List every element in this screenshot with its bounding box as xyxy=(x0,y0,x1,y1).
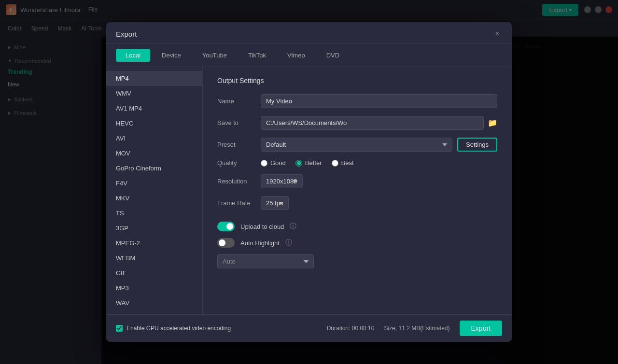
upload-cloud-row: Upload to cloud ⓘ xyxy=(217,222,497,231)
save-to-label: Save to xyxy=(217,119,261,126)
auto-highlight-toggle[interactable] xyxy=(217,238,235,248)
format-av1mp4[interactable]: AV1 MP4 xyxy=(106,101,202,116)
format-mkv[interactable]: MKV xyxy=(106,191,202,206)
upload-cloud-help-icon[interactable]: ⓘ xyxy=(290,222,296,231)
quality-good-option[interactable]: Good xyxy=(261,159,286,167)
preset-label: Preset xyxy=(217,141,261,148)
quality-best-option[interactable]: Best xyxy=(332,159,354,167)
format-gopro[interactable]: GoPro Cineform xyxy=(106,161,202,176)
dialog-close-button[interactable]: × xyxy=(492,29,502,39)
export-dialog: Export × Local Device YouTube TikTok Vim… xyxy=(106,22,512,342)
gpu-checkbox[interactable] xyxy=(116,325,123,332)
format-f4v[interactable]: F4V xyxy=(106,176,202,191)
resolution-label: Resolution xyxy=(217,178,261,185)
save-to-input[interactable] xyxy=(261,116,484,130)
quality-good-radio[interactable] xyxy=(261,160,267,167)
modal-overlay: Export × Local Device YouTube TikTok Vim… xyxy=(0,0,618,364)
preset-row: Preset Default Custom Settings xyxy=(217,138,497,152)
tab-dvd[interactable]: DVD xyxy=(317,49,349,62)
format-mpeg2[interactable]: MPEG-2 xyxy=(106,236,202,251)
preset-control: Default Custom Settings xyxy=(261,138,497,152)
dialog-title: Export xyxy=(116,30,137,38)
name-input[interactable] xyxy=(261,94,497,108)
tab-device[interactable]: Device xyxy=(152,49,191,62)
spacer xyxy=(217,218,497,222)
name-control xyxy=(261,94,497,108)
format-mov[interactable]: MOV xyxy=(106,146,202,161)
quality-best-radio[interactable] xyxy=(332,160,338,167)
tab-tiktok[interactable]: TikTok xyxy=(239,49,276,62)
output-settings-title: Output Settings xyxy=(217,77,497,84)
resolution-row: Resolution 1920x1080 1280x720 3840x2160 xyxy=(217,174,497,188)
dialog-titlebar: Export × xyxy=(106,22,512,44)
quality-best-label: Best xyxy=(341,159,354,167)
quality-row: Quality Good Better Best xyxy=(217,159,497,167)
quality-good-label: Good xyxy=(270,159,286,167)
format-webm[interactable]: WEBM xyxy=(106,251,202,266)
upload-cloud-toggle[interactable] xyxy=(217,222,235,231)
gpu-label: Enable GPU accelerated video encoding xyxy=(126,325,231,332)
auto-dropdown-row: Auto xyxy=(217,254,497,268)
quality-better-label: Better xyxy=(305,159,322,167)
format-hevc[interactable]: HEVC xyxy=(106,116,202,131)
tab-vimeo[interactable]: Vimeo xyxy=(278,49,315,62)
format-gif[interactable]: GIF xyxy=(106,266,202,280)
save-to-row: Save to 📁 xyxy=(217,116,497,130)
auto-highlight-select[interactable]: Auto xyxy=(217,254,314,268)
size-info: Size: 11.2 MB(Estimated) xyxy=(384,325,449,332)
auto-highlight-row: Auto Highlight ⓘ xyxy=(217,238,497,248)
format-3gp[interactable]: 3GP xyxy=(106,221,202,236)
format-list: MP4 WMV AV1 MP4 HEVC AVI MOV GoPro Cinef… xyxy=(106,67,203,314)
frame-rate-label: Frame Rate xyxy=(217,199,261,207)
format-mp4[interactable]: MP4 xyxy=(106,71,202,86)
footer-left: Enable GPU accelerated video encoding xyxy=(116,325,231,332)
format-avi[interactable]: AVI xyxy=(106,131,202,146)
dialog-body: MP4 WMV AV1 MP4 HEVC AVI MOV GoPro Cinef… xyxy=(106,67,512,314)
tab-local[interactable]: Local xyxy=(116,49,150,62)
tab-youtube[interactable]: YouTube xyxy=(193,49,237,62)
resolution-control: 1920x1080 1280x720 3840x2160 xyxy=(261,174,497,188)
output-settings: Output Settings Name Save to 📁 xyxy=(203,67,512,314)
quality-control: Good Better Best xyxy=(261,159,497,167)
dialog-footer: Enable GPU accelerated video encoding Du… xyxy=(106,314,512,342)
quality-label: Quality xyxy=(217,159,261,167)
format-wav[interactable]: WAV xyxy=(106,295,202,310)
tab-bar: Local Device YouTube TikTok Vimeo DVD xyxy=(106,44,512,67)
frame-rate-row: Frame Rate 25 fps 30 fps 60 fps 24 fps xyxy=(217,196,497,210)
preset-select[interactable]: Default Custom xyxy=(261,138,452,152)
auto-highlight-slider xyxy=(217,238,235,248)
frame-rate-control: 25 fps 30 fps 60 fps 24 fps xyxy=(261,196,497,210)
settings-button[interactable]: Settings xyxy=(457,138,497,152)
save-to-control: 📁 xyxy=(261,116,497,130)
auto-highlight-help-icon[interactable]: ⓘ xyxy=(285,238,292,247)
folder-icon[interactable]: 📁 xyxy=(488,118,497,127)
format-wmv[interactable]: WMV xyxy=(106,86,202,101)
quality-better-option[interactable]: Better xyxy=(295,159,322,167)
upload-cloud-label: Upload to cloud xyxy=(240,223,284,230)
auto-highlight-label: Auto Highlight xyxy=(240,239,280,247)
upload-cloud-slider xyxy=(217,222,235,231)
duration-info: Duration: 00:00:10 xyxy=(327,325,375,332)
name-label: Name xyxy=(217,98,261,105)
footer-info: Duration: 00:00:10 Size: 11.2 MB(Estimat… xyxy=(327,321,502,336)
format-ts[interactable]: TS xyxy=(106,206,202,221)
format-mp3[interactable]: MP3 xyxy=(106,280,202,295)
resolution-select[interactable]: 1920x1080 1280x720 3840x2160 xyxy=(261,174,303,188)
frame-rate-select[interactable]: 25 fps 30 fps 60 fps 24 fps xyxy=(261,196,289,210)
quality-better-radio[interactable] xyxy=(295,160,302,167)
name-row: Name xyxy=(217,94,497,108)
export-main-button[interactable]: Export xyxy=(460,321,502,336)
